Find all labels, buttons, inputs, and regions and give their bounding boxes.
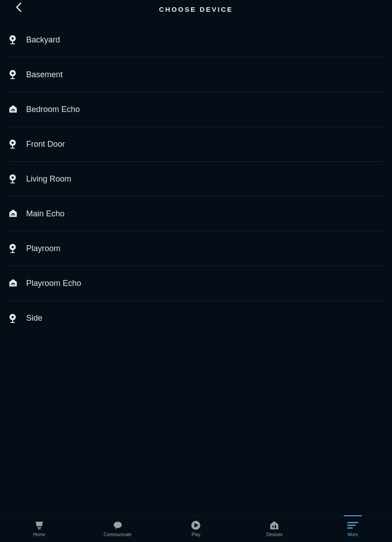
svg-rect-3 [10, 43, 15, 44]
svg-point-22 [13, 285, 14, 285]
svg-rect-15 [12, 181, 13, 182]
svg-point-10 [12, 142, 14, 144]
devices-icon [269, 520, 279, 530]
svg-point-24 [12, 316, 14, 318]
svg-point-31 [272, 526, 274, 528]
device-item-label: Basement [26, 70, 63, 79]
tab-label: Communicate [104, 532, 132, 537]
device-item[interactable]: Bedroom Echo [8, 92, 384, 127]
tab-label: Play [192, 532, 200, 537]
svg-rect-25 [12, 320, 13, 322]
svg-point-29 [114, 522, 122, 528]
svg-point-5 [12, 72, 14, 75]
communicate-icon [113, 520, 123, 530]
device-item[interactable]: Side [8, 301, 384, 336]
tab-label: Devices [267, 532, 283, 537]
device-item[interactable]: Playroom Echo [8, 266, 384, 301]
tab-play[interactable]: Play [157, 515, 235, 542]
device-item[interactable]: Basement [8, 57, 384, 92]
echo-device-icon [8, 104, 26, 114]
echo-device-icon [8, 209, 26, 219]
svg-rect-21 [10, 252, 15, 253]
svg-rect-2 [12, 42, 13, 43]
device-item[interactable]: Playroom [8, 231, 384, 266]
svg-rect-26 [10, 322, 15, 323]
svg-rect-16 [10, 182, 15, 183]
device-item-label: Main Echo [26, 209, 65, 219]
svg-rect-11 [12, 146, 13, 148]
tab-home[interactable]: Home [0, 515, 78, 542]
tab-label: More [348, 532, 358, 537]
device-item-label: Backyard [26, 35, 60, 45]
device-item-label: Playroom Echo [26, 279, 81, 288]
device-item[interactable]: Front Door [8, 127, 384, 162]
camera-device-icon [8, 35, 26, 45]
svg-point-17 [13, 215, 14, 216]
svg-rect-7 [10, 78, 15, 79]
camera-device-icon [8, 70, 26, 79]
chevron-left-icon [15, 2, 23, 12]
camera-device-icon [8, 174, 26, 184]
more-icon [347, 520, 359, 530]
svg-rect-27 [37, 527, 41, 528]
tab-label: Home [33, 532, 46, 537]
header: CHOOSE DEVICE [0, 0, 392, 18]
svg-rect-6 [12, 76, 13, 78]
device-item-label: Bedroom Echo [26, 105, 80, 114]
device-item[interactable]: Backyard [8, 23, 384, 57]
device-item[interactable]: Living Room [8, 162, 384, 196]
svg-rect-28 [38, 528, 41, 529]
device-item[interactable]: Main Echo [8, 196, 384, 231]
camera-device-icon [8, 139, 26, 149]
svg-point-14 [12, 177, 14, 179]
svg-rect-32 [275, 525, 276, 528]
home-icon [34, 520, 44, 530]
back-button[interactable] [13, 1, 25, 14]
play-icon [191, 520, 201, 530]
svg-rect-12 [10, 148, 15, 149]
device-list: BackyardBasementBedroom EchoFront DoorLi… [0, 23, 392, 515]
device-item-label: Playroom [26, 244, 60, 253]
svg-point-8 [13, 111, 14, 112]
svg-rect-20 [12, 250, 13, 252]
device-item-label: Front Door [26, 140, 65, 149]
tab-communicate[interactable]: Communicate [78, 515, 157, 542]
svg-point-19 [12, 246, 14, 248]
page-title: CHOOSE DEVICE [159, 5, 233, 13]
tab-devices[interactable]: Devices [235, 515, 314, 542]
camera-device-icon [8, 243, 26, 253]
tab-bar: HomeCommunicatePlayDevicesMore [0, 515, 392, 542]
camera-device-icon [8, 313, 26, 323]
echo-device-icon [8, 278, 26, 288]
device-item-label: Side [26, 313, 42, 323]
tab-more[interactable]: More [314, 515, 392, 542]
device-item-label: Living Room [26, 174, 71, 184]
svg-point-1 [12, 37, 14, 40]
